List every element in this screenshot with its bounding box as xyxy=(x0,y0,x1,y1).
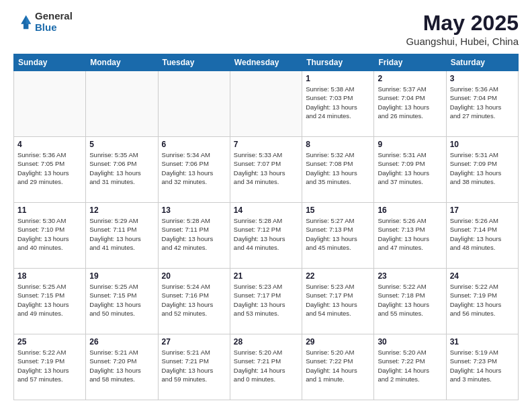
day-info: Sunrise: 5:36 AM Sunset: 7:05 PM Dayligh… xyxy=(17,150,82,186)
calendar-cell-w2-d1: 5Sunrise: 5:35 AM Sunset: 7:06 PM Daylig… xyxy=(86,137,158,203)
calendar-cell-w1-d4: 1Sunrise: 5:38 AM Sunset: 7:03 PM Daylig… xyxy=(302,71,374,137)
calendar-cell-w5-d3: 28Sunrise: 5:20 AM Sunset: 7:21 PM Dayli… xyxy=(230,334,302,400)
day-number: 8 xyxy=(306,140,370,149)
day-number: 12 xyxy=(89,205,154,215)
day-info: Sunrise: 5:21 AM Sunset: 7:20 PM Dayligh… xyxy=(89,348,154,383)
week-row-4: 18Sunrise: 5:25 AM Sunset: 7:15 PM Dayli… xyxy=(14,269,519,334)
day-number: 13 xyxy=(162,205,226,215)
day-info: Sunrise: 5:28 AM Sunset: 7:11 PM Dayligh… xyxy=(162,216,226,252)
day-number: 17 xyxy=(450,205,515,215)
calendar-cell-w3-d0: 11Sunrise: 5:30 AM Sunset: 7:10 PM Dayli… xyxy=(14,203,86,269)
day-number: 24 xyxy=(450,271,515,281)
day-number: 30 xyxy=(378,337,442,347)
day-number: 11 xyxy=(17,205,82,215)
header-wednesday: Wednesday xyxy=(230,54,302,71)
day-info: Sunrise: 5:23 AM Sunset: 7:17 PM Dayligh… xyxy=(234,282,298,318)
day-info: Sunrise: 5:35 AM Sunset: 7:06 PM Dayligh… xyxy=(89,150,154,186)
svg-marker-1 xyxy=(26,15,31,24)
calendar-cell-w3-d3: 14Sunrise: 5:28 AM Sunset: 7:12 PM Dayli… xyxy=(230,203,302,269)
calendar-cell-w4-d2: 20Sunrise: 5:24 AM Sunset: 7:16 PM Dayli… xyxy=(158,269,230,334)
header: General Blue May 2025 Guangshui, Hubei, … xyxy=(13,11,519,47)
day-info: Sunrise: 5:25 AM Sunset: 7:15 PM Dayligh… xyxy=(89,282,154,318)
day-number: 22 xyxy=(306,271,370,281)
calendar-cell-w3-d2: 13Sunrise: 5:28 AM Sunset: 7:11 PM Dayli… xyxy=(158,203,230,269)
calendar-cell-w1-d3 xyxy=(230,71,302,137)
day-number: 16 xyxy=(378,205,442,215)
day-info: Sunrise: 5:26 AM Sunset: 7:14 PM Dayligh… xyxy=(450,216,515,252)
calendar-cell-w1-d6: 3Sunrise: 5:36 AM Sunset: 7:04 PM Daylig… xyxy=(446,71,518,137)
day-info: Sunrise: 5:24 AM Sunset: 7:16 PM Dayligh… xyxy=(162,282,226,318)
calendar-cell-w5-d4: 29Sunrise: 5:20 AM Sunset: 7:22 PM Dayli… xyxy=(302,334,374,400)
location-text: Guangshui, Hubei, China xyxy=(406,36,519,47)
day-info: Sunrise: 5:22 AM Sunset: 7:18 PM Dayligh… xyxy=(378,282,442,318)
header-saturday: Saturday xyxy=(446,54,518,71)
day-number: 19 xyxy=(89,271,154,281)
week-row-3: 11Sunrise: 5:30 AM Sunset: 7:10 PM Dayli… xyxy=(14,203,519,269)
calendar-cell-w2-d2: 6Sunrise: 5:34 AM Sunset: 7:06 PM Daylig… xyxy=(158,137,230,203)
logo-general-text: General xyxy=(35,11,73,22)
day-number: 6 xyxy=(162,140,226,149)
calendar-cell-w5-d2: 27Sunrise: 5:21 AM Sunset: 7:21 PM Dayli… xyxy=(158,334,230,400)
day-number: 27 xyxy=(162,337,226,347)
day-info: Sunrise: 5:20 AM Sunset: 7:22 PM Dayligh… xyxy=(306,348,370,383)
calendar-cell-w2-d4: 8Sunrise: 5:32 AM Sunset: 7:08 PM Daylig… xyxy=(302,137,374,203)
day-info: Sunrise: 5:31 AM Sunset: 7:09 PM Dayligh… xyxy=(450,150,515,186)
calendar-cell-w5-d6: 31Sunrise: 5:19 AM Sunset: 7:23 PM Dayli… xyxy=(446,334,518,400)
logo-text: General Blue xyxy=(35,11,73,33)
day-number: 9 xyxy=(378,140,442,149)
month-title: May 2025 xyxy=(406,11,519,36)
day-number: 21 xyxy=(234,271,298,281)
day-number: 5 xyxy=(89,140,154,149)
day-info: Sunrise: 5:27 AM Sunset: 7:13 PM Dayligh… xyxy=(306,216,370,252)
logo-icon xyxy=(13,13,32,32)
day-info: Sunrise: 5:23 AM Sunset: 7:17 PM Dayligh… xyxy=(306,282,370,318)
calendar-cell-w1-d5: 2Sunrise: 5:37 AM Sunset: 7:04 PM Daylig… xyxy=(374,71,446,137)
calendar-cell-w1-d2 xyxy=(158,71,230,137)
day-number: 2 xyxy=(378,74,442,83)
day-number: 14 xyxy=(234,205,298,215)
day-info: Sunrise: 5:20 AM Sunset: 7:21 PM Dayligh… xyxy=(234,348,298,383)
calendar-cell-w4-d0: 18Sunrise: 5:25 AM Sunset: 7:15 PM Dayli… xyxy=(14,269,86,334)
day-info: Sunrise: 5:30 AM Sunset: 7:10 PM Dayligh… xyxy=(17,216,82,252)
day-info: Sunrise: 5:28 AM Sunset: 7:12 PM Dayligh… xyxy=(234,216,298,252)
day-info: Sunrise: 5:32 AM Sunset: 7:08 PM Dayligh… xyxy=(306,150,370,186)
day-info: Sunrise: 5:38 AM Sunset: 7:03 PM Dayligh… xyxy=(306,85,370,120)
day-number: 1 xyxy=(306,74,370,83)
calendar-cell-w4-d6: 24Sunrise: 5:22 AM Sunset: 7:19 PM Dayli… xyxy=(446,269,518,334)
day-number: 18 xyxy=(17,271,82,281)
title-block: May 2025 Guangshui, Hubei, China xyxy=(406,11,519,47)
day-number: 23 xyxy=(378,271,442,281)
day-number: 26 xyxy=(89,337,154,347)
calendar-cell-w2-d3: 7Sunrise: 5:33 AM Sunset: 7:07 PM Daylig… xyxy=(230,137,302,203)
day-number: 28 xyxy=(234,337,298,347)
calendar-cell-w3-d6: 17Sunrise: 5:26 AM Sunset: 7:14 PM Dayli… xyxy=(446,203,518,269)
day-info: Sunrise: 5:29 AM Sunset: 7:11 PM Dayligh… xyxy=(89,216,154,252)
day-info: Sunrise: 5:25 AM Sunset: 7:15 PM Dayligh… xyxy=(17,282,82,318)
day-info: Sunrise: 5:21 AM Sunset: 7:21 PM Dayligh… xyxy=(162,348,226,383)
logo: General Blue xyxy=(13,11,73,33)
day-number: 29 xyxy=(306,337,370,347)
day-info: Sunrise: 5:31 AM Sunset: 7:09 PM Dayligh… xyxy=(378,150,442,186)
calendar-cell-w3-d4: 15Sunrise: 5:27 AM Sunset: 7:13 PM Dayli… xyxy=(302,203,374,269)
day-number: 31 xyxy=(450,337,515,347)
calendar-cell-w2-d5: 9Sunrise: 5:31 AM Sunset: 7:09 PM Daylig… xyxy=(374,137,446,203)
calendar-cell-w1-d0 xyxy=(14,71,86,137)
calendar-cell-w2-d6: 10Sunrise: 5:31 AM Sunset: 7:09 PM Dayli… xyxy=(446,137,518,203)
day-info: Sunrise: 5:22 AM Sunset: 7:19 PM Dayligh… xyxy=(450,282,515,318)
header-friday: Friday xyxy=(374,54,446,71)
week-row-5: 25Sunrise: 5:22 AM Sunset: 7:19 PM Dayli… xyxy=(14,334,519,400)
calendar-cell-w4-d5: 23Sunrise: 5:22 AM Sunset: 7:18 PM Dayli… xyxy=(374,269,446,334)
day-number: 3 xyxy=(450,74,515,83)
day-number: 25 xyxy=(17,337,82,347)
day-number: 7 xyxy=(234,140,298,149)
day-info: Sunrise: 5:20 AM Sunset: 7:22 PM Dayligh… xyxy=(378,348,442,383)
calendar-cell-w4-d3: 21Sunrise: 5:23 AM Sunset: 7:17 PM Dayli… xyxy=(230,269,302,334)
day-info: Sunrise: 5:36 AM Sunset: 7:04 PM Dayligh… xyxy=(450,85,515,120)
calendar-cell-w5-d1: 26Sunrise: 5:21 AM Sunset: 7:20 PM Dayli… xyxy=(86,334,158,400)
calendar-cell-w4-d4: 22Sunrise: 5:23 AM Sunset: 7:17 PM Dayli… xyxy=(302,269,374,334)
day-number: 4 xyxy=(17,140,82,149)
day-info: Sunrise: 5:34 AM Sunset: 7:06 PM Dayligh… xyxy=(162,150,226,186)
day-number: 20 xyxy=(162,271,226,281)
calendar-table: Sunday Monday Tuesday Wednesday Thursday… xyxy=(13,54,519,400)
day-info: Sunrise: 5:26 AM Sunset: 7:13 PM Dayligh… xyxy=(378,216,442,252)
